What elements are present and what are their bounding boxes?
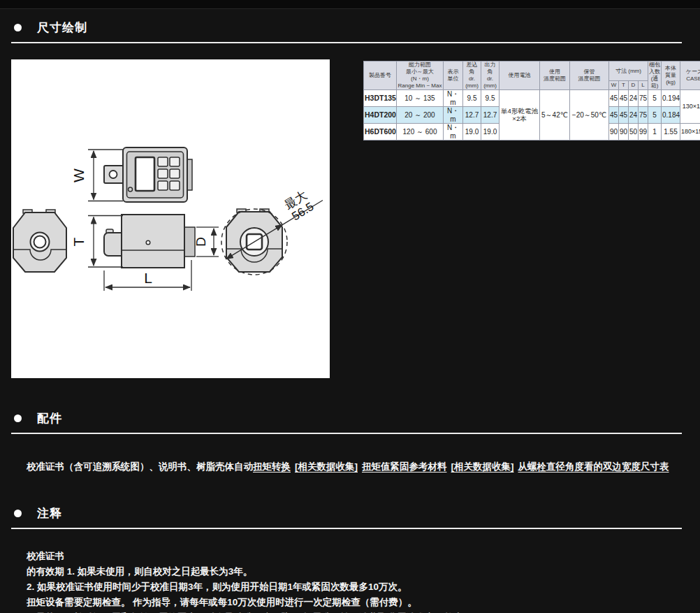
col-header-dim-d: D — [629, 81, 639, 90]
link-related-data-2[interactable]: [相关数据收集] — [451, 461, 514, 472]
cell-mass: 0.194 — [662, 90, 680, 107]
cell-mass: 0.184 — [662, 107, 680, 124]
cell-case: 180×155×105 — [680, 124, 700, 140]
cell-insert: 12.7 — [463, 107, 481, 124]
note-line: 的有效期 1. 如果未使用，则自校对之日起最长为3年。 — [27, 564, 700, 579]
cell-pack: 5 — [648, 90, 662, 107]
section-divider — [11, 42, 682, 43]
cell-w: 45 — [609, 90, 619, 107]
note-line: 粗暴的作、长时间使用和频繁使用等因素有时会导致准确度下降。 如需准确性，请收取费… — [27, 610, 700, 613]
cell-insert: 9.5 — [463, 90, 481, 107]
col-header-dim-w: W — [609, 81, 619, 90]
col-header-output-angle: 出力角 dr. (mm) — [481, 62, 500, 90]
dim-label-d: D — [194, 237, 208, 247]
link-related-data-1[interactable]: [相关数据收集] — [295, 461, 358, 472]
section-accessories-header: 配件 — [14, 410, 700, 426]
accessories-text: 校准证书（含可追溯系统图）、说明书、树脂壳体自动扭矩转换[相关数据收集]扭矩值紧… — [27, 459, 700, 475]
section-title-dimensions: 尺寸绘制 — [37, 20, 87, 36]
section-title-accessories: 配件 — [37, 410, 62, 426]
cell-l: 99 — [639, 124, 648, 140]
cell-battery: 単4形乾電池 ×2本 — [500, 90, 540, 140]
cell-w: 90 — [609, 124, 619, 140]
torque-adapter-drawing: W T D — [11, 59, 330, 378]
cell-d: 50 — [629, 124, 639, 140]
table-row: H3DT135 10 ～ 135 N・m 9.5 9.5 単4形乾電池 ×2本 … — [364, 90, 700, 107]
cell-mass: 1.55 — [662, 124, 680, 140]
dim-label-t: T — [71, 237, 87, 246]
spec-table-wrap: 製品番号 能力範囲 最小～最大 (N・m) Range Min ~ Max 表示… — [363, 61, 700, 140]
cell-w: 45 — [609, 107, 619, 124]
link-torque-reference[interactable]: 扭矩值紧固参考材料 — [362, 461, 447, 472]
cell-unit: N・m — [444, 90, 463, 107]
dim-label-w: W — [71, 168, 87, 182]
accessories-intro: 校准证书（含可追溯系统图）、说明书、树脂壳体自动 — [27, 461, 253, 472]
col-header-dim-l: L — [639, 81, 648, 90]
col-header-model: 製品番号 — [364, 62, 397, 90]
cell-storage-temp: −20～50℃ — [570, 90, 609, 140]
col-header-use-temp: 使用 温度範囲 — [540, 62, 570, 90]
note-line: 2. 如果校准证书使用时间少于校准日期3年，则为使用开始日期1年或紧固次数最多1… — [27, 579, 700, 595]
cell-d: 24 — [629, 107, 639, 124]
cell-unit: N・m — [444, 107, 463, 124]
cell-l: 75 — [639, 107, 648, 124]
section-notes-header: 注释 — [14, 505, 700, 521]
note-line: 扭矩设备需要定期检查。 作为指导，请每年或每10万次使用时进行一次定期检查（需付… — [27, 595, 700, 610]
cell-pack: 1 — [648, 124, 662, 140]
top-band — [0, 0, 700, 9]
cell-t: 45 — [619, 107, 629, 124]
cell-d: 24 — [629, 90, 639, 107]
dim-label-l: L — [144, 270, 152, 286]
col-header-storage-temp: 保管 温度範囲 — [570, 62, 609, 90]
cell-l: 75 — [639, 90, 648, 107]
section-title-notes: 注释 — [37, 505, 62, 521]
col-header-insert-angle: 差込角 dr. (mm) — [463, 62, 481, 90]
col-header-battery: 使用電池 — [500, 62, 540, 90]
cell-unit: N・m — [444, 124, 463, 140]
col-header-range: 能力範囲 最小～最大 (N・m) Range Min ~ Max — [397, 62, 444, 90]
cell-range: 10 ～ 135 — [397, 90, 444, 107]
cell-output: 12.7 — [481, 107, 500, 124]
cell-range: 120 ～ 600 — [397, 124, 444, 140]
col-header-unit: 表示 単位 — [444, 62, 463, 90]
cell-model: H6DT600 — [364, 124, 397, 140]
cell-model: H3DT135 — [364, 90, 397, 107]
cell-output: 19.0 — [481, 124, 500, 140]
cell-t: 45 — [619, 90, 629, 107]
cell-insert: 19.0 — [463, 124, 481, 140]
dimension-drawing: W T D — [11, 59, 330, 378]
section-divider — [11, 528, 682, 529]
cell-t: 90 — [619, 124, 629, 140]
spec-table: 製品番号 能力範囲 最小～最大 (N・m) Range Min ~ Max 表示… — [363, 61, 700, 140]
section-dimensions-header: 尺寸绘制 — [14, 20, 700, 36]
link-width-table[interactable]: 从螺栓直径角度看的双边宽度尺寸表 — [518, 461, 669, 472]
link-torque-conversion[interactable]: 扭矩转换 — [253, 461, 291, 472]
col-header-pack: 梱包 入数 (通箱) — [648, 62, 662, 90]
cell-pack: 5 — [648, 107, 662, 124]
section-divider — [11, 433, 682, 434]
col-header-case: ケース寸法 CASESIZE — [680, 62, 700, 90]
note-line: 校准证书 — [27, 549, 700, 564]
notes-text: 校准证书 的有效期 1. 如果未使用，则自校对之日起最长为3年。 2. 如果校准… — [27, 549, 700, 613]
cell-model: H4DT200 — [364, 107, 397, 124]
dimensions-content: W T D — [11, 59, 689, 378]
col-header-mass: 本体 質量 (kg) — [662, 62, 680, 90]
bullet-icon — [14, 24, 22, 31]
cell-range: 20 ～ 200 — [397, 107, 444, 124]
cell-output: 9.5 — [481, 90, 500, 107]
col-header-dim-t: T — [619, 81, 629, 90]
cell-use-temp: 5～42℃ — [540, 90, 570, 140]
col-header-dims: 寸法 (mm) — [609, 62, 648, 81]
bullet-icon — [14, 510, 22, 517]
bullet-icon — [14, 414, 22, 422]
cell-case: 130×107×53 — [680, 90, 700, 124]
